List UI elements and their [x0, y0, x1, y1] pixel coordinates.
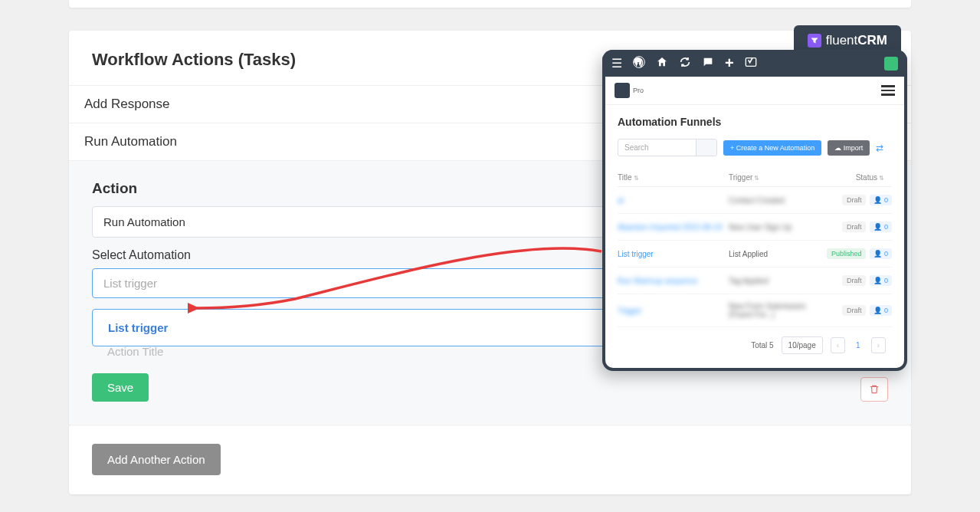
- table-row[interactable]: Trigger New Form Submission (Fluent For.…: [618, 294, 892, 327]
- admin-badge-icon[interactable]: [884, 57, 898, 71]
- count-badge: 👤 0: [870, 305, 892, 316]
- app-logo-icon: [615, 83, 630, 98]
- automation-link[interactable]: List trigger: [618, 250, 729, 258]
- col-title[interactable]: Title⇅: [618, 173, 729, 182]
- import-button[interactable]: ☁ Import: [828, 140, 870, 156]
- next-page[interactable]: ›: [871, 337, 886, 353]
- status-badge: Draft: [842, 222, 867, 232]
- svg-rect-1: [746, 58, 755, 67]
- current-page: 1: [853, 341, 864, 350]
- count-badge: 👤 0: [870, 248, 892, 259]
- count-badge: 👤 0: [870, 222, 892, 232]
- save-button[interactable]: Save: [92, 373, 149, 402]
- pro-badge: Pro: [633, 87, 644, 94]
- sort-icon: ⇅: [879, 175, 884, 182]
- table-row[interactable]: Run Warmup sequence Tag Applied Draft👤 0: [618, 267, 892, 294]
- col-status[interactable]: Status⇅: [828, 173, 892, 182]
- refresh-icon[interactable]: [679, 56, 691, 71]
- cloud-icon: ☁: [834, 144, 841, 152]
- plus-icon[interactable]: +: [725, 54, 734, 72]
- status-badge: Draft: [842, 305, 867, 316]
- yoast-icon[interactable]: [745, 56, 757, 71]
- delete-button[interactable]: [860, 377, 888, 402]
- hamburger-icon[interactable]: [881, 85, 895, 96]
- fluentcrm-logo-icon: [808, 34, 821, 48]
- fluentcrm-popup: ☰ + Pro Automation Funnels: [602, 50, 907, 371]
- per-page-select[interactable]: 10/page: [782, 336, 823, 354]
- table-row[interactable]: Abandon Imported 2022-08-19 New User Sig…: [618, 214, 892, 241]
- table-row[interactable]: al Contact Created Draft👤 0: [618, 187, 892, 214]
- trash-icon: [869, 384, 880, 395]
- status-badge: Published: [827, 248, 867, 259]
- status-badge: Draft: [842, 195, 867, 205]
- total-count: Total 5: [751, 341, 773, 350]
- funnel-section-title: Automation Funnels: [618, 116, 892, 128]
- add-another-action-button[interactable]: Add Another Action: [92, 444, 221, 475]
- wp-admin-bar: ☰ +: [602, 50, 907, 77]
- action-title-hint: Action Title: [107, 345, 163, 358]
- home-icon[interactable]: [656, 56, 668, 71]
- count-badge: 👤 0: [870, 275, 892, 286]
- create-automation-button[interactable]: + Create a New Automation: [723, 140, 821, 156]
- status-badge: Draft: [842, 275, 867, 286]
- wordpress-icon[interactable]: [633, 56, 645, 71]
- sort-icon: ⇅: [754, 175, 759, 182]
- swap-icon[interactable]: ⇄: [876, 143, 883, 153]
- menu-icon[interactable]: ☰: [611, 56, 622, 71]
- prev-page[interactable]: ‹: [831, 337, 845, 353]
- bottom-panel: Add Another Action: [69, 425, 911, 494]
- comment-icon[interactable]: [702, 56, 714, 71]
- sort-icon: ⇅: [634, 175, 639, 182]
- search-input[interactable]: Search: [618, 139, 717, 156]
- col-trigger[interactable]: Trigger⇅: [729, 173, 828, 182]
- count-badge: 👤 0: [870, 195, 892, 205]
- table-row[interactable]: List trigger List Applied Published👤 0: [618, 241, 892, 267]
